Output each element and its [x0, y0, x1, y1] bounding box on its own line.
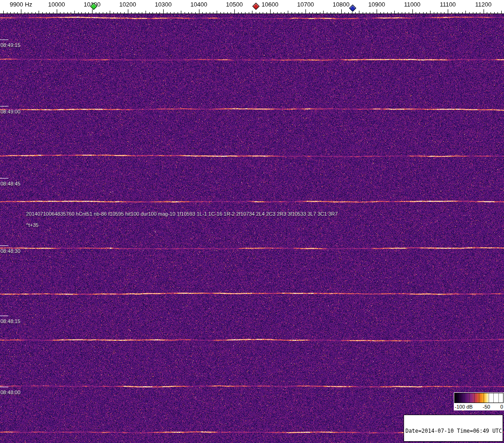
freq-tick-label: 10400 — [191, 1, 207, 8]
freq-tick-label: 10900 — [368, 1, 385, 8]
colorbar-tick — [493, 393, 494, 403]
colorbar-label-mid: -50 — [483, 404, 490, 410]
time-tick-label: 08:48:00 — [0, 390, 20, 395]
time-tick-label: 08:49:00 — [0, 109, 20, 114]
colorbar-labels: -100 dB -50 0 — [454, 403, 504, 410]
freq-tick-label: 9900 Hz — [10, 1, 32, 8]
detection-annotation-line1: 20140710064835760 hCnt51 nb-86 f10595 hi… — [26, 211, 338, 217]
detection-annotation: 20140710064835760 hCnt51 nb-86 f10595 hi… — [26, 211, 338, 228]
freq-tick-label: 11100 — [440, 1, 456, 8]
colorbar-tick — [469, 393, 470, 403]
freq-tick-label: 10300 — [155, 1, 172, 8]
time-tick-label: 08:48:45 — [0, 181, 20, 186]
time-tick-label: 08:48:30 — [0, 248, 20, 254]
colorbar-tick — [498, 393, 499, 403]
colorbar-tick — [489, 393, 489, 403]
meteor-spectrogram-app: 9900 Hz100001010010200103001040010500106… — [0, 0, 504, 443]
freq-tick-label: 10500 — [226, 1, 243, 8]
colorbar-tick — [459, 393, 460, 403]
colorbar-tick — [474, 393, 475, 403]
detection-annotation-line2: ^t+35 — [26, 222, 338, 228]
colorbar-label-min: -100 dB — [455, 404, 473, 410]
freq-tick-label: 10800 — [333, 1, 350, 8]
freq-tick-label: 10700 — [297, 1, 314, 8]
colorbar-tick — [484, 393, 484, 403]
freq-tick-label: 10200 — [119, 1, 136, 8]
time-tick-label: 08:48:15 — [0, 318, 20, 324]
freq-tick-label: 10600 — [262, 1, 279, 8]
info-date-time: Date=2014-07-10 Time=06:49 UTC — [405, 428, 501, 434]
intensity-colorbar: -100 dB -50 0 — [454, 392, 504, 410]
time-tick-label: 08:49:15 — [0, 42, 20, 48]
colorbar-tick — [464, 393, 465, 403]
colorbar-gradient — [454, 393, 504, 403]
freq-tick-label: 10000 — [48, 1, 65, 8]
colorbar-tick — [479, 393, 479, 403]
colorbar-label-max: 0 — [500, 404, 503, 410]
freq-tick-label: 11200 — [475, 1, 491, 8]
freq-tick-label: 11000 — [404, 1, 420, 8]
status-info-box: Date=2014-07-10 Time=06:49 UTC Freq=143 … — [404, 415, 503, 442]
